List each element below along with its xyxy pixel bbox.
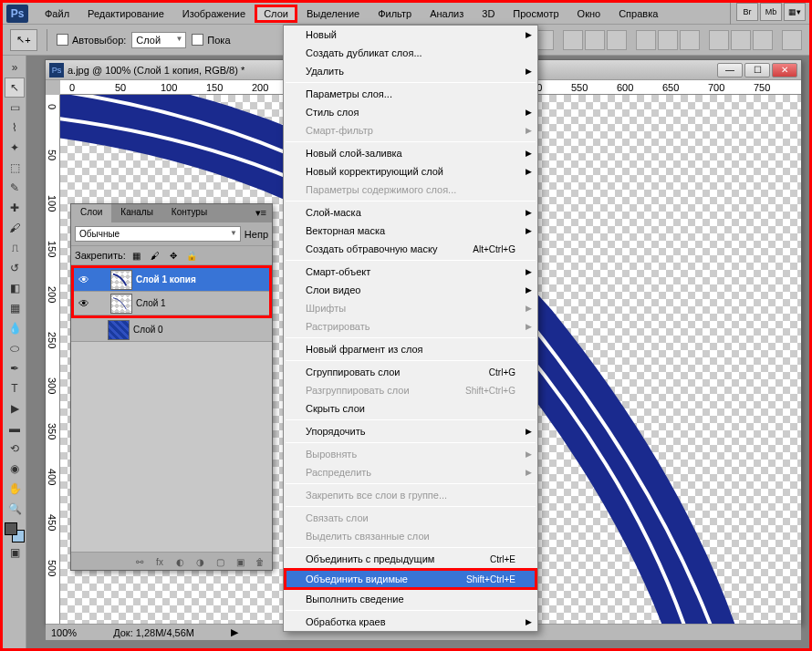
3d-rotate-tool[interactable]: ⟲ <box>5 439 25 459</box>
tab-channels[interactable]: Каналы <box>111 204 162 222</box>
menu-item-13[interactable]: Векторная маска▶ <box>284 222 537 240</box>
menu-item-4[interactable]: Параметры слоя... <box>284 85 537 103</box>
bridge-button[interactable]: Br <box>736 3 758 21</box>
3d-orbit-tool[interactable]: ◉ <box>5 459 25 479</box>
lock-pixels-icon[interactable]: 🖌 <box>148 248 162 263</box>
layer-thumbnail[interactable] <box>108 320 130 340</box>
menu-image[interactable]: Изображение <box>173 5 255 23</box>
panel-collapse-icon[interactable]: » <box>5 57 25 78</box>
menu-item-1[interactable]: Создать дубликат слоя... <box>284 44 537 62</box>
menu-layers[interactable]: Слои <box>255 5 297 23</box>
window-minimize-button[interactable]: — <box>717 63 743 78</box>
layer-row-0[interactable]: 👁 Слой 1 копия <box>74 268 269 292</box>
shape-tool[interactable]: ▬ <box>5 418 25 439</box>
menu-item-37[interactable]: Объединить с предыдущимCtrl+E <box>284 550 537 568</box>
menu-analysis[interactable]: Анализ <box>421 5 473 23</box>
menu-item-38[interactable]: Объединить видимыеShift+Ctrl+E <box>284 568 537 590</box>
menu-file[interactable]: Файл <box>36 5 78 23</box>
zoom-value[interactable]: 100% <box>51 627 77 638</box>
distribute-left-button[interactable] <box>709 30 729 50</box>
align-hcenter-button[interactable] <box>585 30 605 50</box>
stamp-tool[interactable]: ⎍ <box>5 238 25 258</box>
type-tool[interactable]: T <box>5 378 25 398</box>
auto-select-checkbox[interactable] <box>57 34 68 46</box>
menu-item-2[interactable]: Удалить▶ <box>284 62 537 80</box>
align-right-button[interactable] <box>607 30 627 50</box>
auto-align-button[interactable] <box>782 30 802 50</box>
distribute-hcenter-button[interactable] <box>731 30 751 50</box>
menu-edit[interactable]: Редактирование <box>78 5 173 23</box>
menu-3d[interactable]: 3D <box>473 5 504 23</box>
window-close-button[interactable]: ✕ <box>772 63 797 78</box>
menu-item-12[interactable]: Слой-маска▶ <box>284 203 537 222</box>
menu-window[interactable]: Окно <box>568 5 610 23</box>
tab-paths[interactable]: Контуры <box>162 204 216 222</box>
panel-menu-icon[interactable]: ▾≡ <box>250 204 272 222</box>
layer-style-icon[interactable]: fx <box>151 554 168 569</box>
color-swatches[interactable] <box>5 522 25 542</box>
dodge-tool[interactable]: ⬭ <box>5 338 25 358</box>
quick-mask-button[interactable]: ▣ <box>5 542 25 563</box>
layer-name[interactable]: Слой 1 <box>136 298 166 308</box>
move-tool[interactable]: ↖ <box>5 78 25 98</box>
window-maximize-button[interactable]: ☐ <box>744 63 770 78</box>
menu-item-14[interactable]: Создать обтравочную маскуAlt+Ctrl+G <box>284 240 537 258</box>
eyedropper-tool[interactable]: ✎ <box>5 178 25 198</box>
menu-item-8[interactable]: Новый слой-заливка▶ <box>284 144 537 162</box>
align-left-button[interactable] <box>563 30 583 50</box>
marquee-tool[interactable]: ▭ <box>5 98 25 118</box>
tab-layers[interactable]: Слои <box>71 204 111 222</box>
crop-tool[interactable]: ⬚ <box>5 158 25 178</box>
visibility-icon[interactable]: 👁 <box>74 274 94 286</box>
show-transform-checkbox[interactable] <box>192 34 203 46</box>
menu-item-23[interactable]: Сгруппировать слоиCtrl+G <box>284 363 537 381</box>
vertical-ruler[interactable]: 0 50 100 150 200 250 300 350 400 450 500 <box>46 95 60 624</box>
brush-tool[interactable]: 🖌 <box>5 218 25 238</box>
layer-name[interactable]: Слой 0 <box>133 325 163 335</box>
path-select-tool[interactable]: ▶ <box>5 398 25 418</box>
menu-item-9[interactable]: Новый корректирующий слой▶ <box>284 162 537 181</box>
layer-thumbnail[interactable] <box>110 294 132 314</box>
hand-tool[interactable]: ✋ <box>5 479 25 499</box>
doc-size-value[interactable]: Док: 1,28M/4,56M <box>113 627 194 638</box>
menu-item-5[interactable]: Стиль слоя▶ <box>284 103 537 121</box>
blur-tool[interactable]: 💧 <box>5 318 25 338</box>
menu-view[interactable]: Просмотр <box>504 5 567 23</box>
distribute-bottom-button[interactable] <box>680 30 700 50</box>
layer-row-2[interactable]: Слой 0 <box>71 318 272 342</box>
lock-transparency-icon[interactable]: ▦ <box>130 248 144 263</box>
menu-item-21[interactable]: Новый фрагмент из слоя <box>284 340 537 358</box>
menu-item-16[interactable]: Смарт-объект▶ <box>284 263 537 281</box>
distribute-top-button[interactable] <box>636 30 656 50</box>
eraser-tool[interactable]: ◧ <box>5 278 25 298</box>
screen-mode-button[interactable]: ▦▾ <box>784 3 806 21</box>
lock-position-icon[interactable]: ✥ <box>166 248 181 263</box>
healing-tool[interactable]: ✚ <box>5 198 25 218</box>
lock-all-icon[interactable]: 🔒 <box>184 248 199 263</box>
link-layers-icon[interactable]: ⚯ <box>131 554 148 569</box>
foreground-color-swatch[interactable] <box>5 522 17 535</box>
magic-wand-tool[interactable]: ✦ <box>5 138 25 158</box>
layer-thumbnail[interactable] <box>110 270 132 290</box>
delete-layer-icon[interactable]: 🗑 <box>252 554 268 569</box>
current-tool-icon[interactable]: ↖+ <box>10 29 37 51</box>
new-layer-icon[interactable]: ▣ <box>232 554 248 569</box>
layer-mask-icon[interactable]: ◐ <box>172 554 188 569</box>
menu-item-41[interactable]: Обработка краев▶ <box>284 613 537 631</box>
menu-item-0[interactable]: Новый▶ <box>284 26 537 44</box>
menu-select[interactable]: Выделение <box>297 5 369 23</box>
mini-bridge-button[interactable]: Mb <box>760 3 782 21</box>
menu-item-17[interactable]: Слои видео▶ <box>284 281 537 299</box>
pen-tool[interactable]: ✒ <box>5 358 25 378</box>
distribute-vcenter-button[interactable] <box>658 30 678 50</box>
zoom-tool[interactable]: 🔍 <box>5 499 25 519</box>
menu-help[interactable]: Справка <box>609 5 667 23</box>
menu-filter[interactable]: Фильтр <box>369 5 421 23</box>
layer-row-1[interactable]: 👁 Слой 1 <box>74 292 269 315</box>
menu-item-25[interactable]: Скрыть слои <box>284 399 537 418</box>
adjustment-layer-icon[interactable]: ◑ <box>192 554 208 569</box>
distribute-right-button[interactable] <box>753 30 773 50</box>
history-brush-tool[interactable]: ↺ <box>5 258 25 278</box>
menu-item-27[interactable]: Упорядочить▶ <box>284 422 537 440</box>
group-icon[interactable]: ▢ <box>212 554 228 569</box>
